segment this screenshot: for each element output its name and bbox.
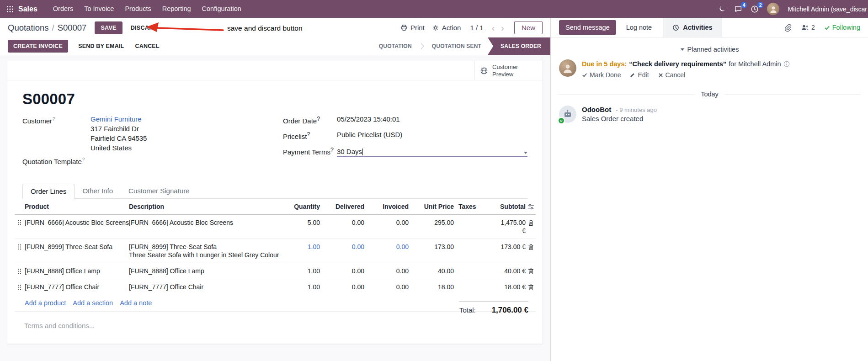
- pager-next-button[interactable]: ›: [500, 23, 505, 32]
- cell-unit-price[interactable]: 18.00: [409, 279, 454, 295]
- menu-products[interactable]: Products: [119, 0, 156, 18]
- cell-product[interactable]: [FURN_7777] Office Chair: [25, 279, 129, 295]
- column-header-delivered[interactable]: Delivered: [320, 199, 364, 215]
- order-date-value[interactable]: 05/25/2023 15:40:01: [337, 114, 400, 126]
- state-sales-order[interactable]: SALES ORDER: [488, 37, 550, 55]
- cell-delivered[interactable]: 0.00: [320, 215, 364, 239]
- drag-handle[interactable]: [15, 215, 25, 239]
- column-header-subtotal[interactable]: Subtotal: [496, 199, 526, 215]
- column-header-description[interactable]: Description: [129, 199, 284, 215]
- send-message-button[interactable]: Send message: [559, 20, 616, 35]
- payment-terms-field-label: Payment Terms?: [283, 145, 337, 157]
- cell-invoiced[interactable]: 0.00: [364, 263, 409, 279]
- send-by-email-button[interactable]: SEND BY EMAIL: [73, 40, 129, 53]
- add-a-product-link[interactable]: Add a product: [25, 299, 66, 307]
- app-name[interactable]: Sales: [18, 5, 37, 13]
- moon-icon[interactable]: [718, 5, 726, 13]
- state-quotation-sent[interactable]: QUOTATION SENT: [426, 37, 488, 55]
- messages-icon[interactable]: 4: [734, 5, 742, 13]
- cancel-activity-button[interactable]: Cancel: [658, 71, 686, 79]
- cell-description[interactable]: [FURN_7777] Office Chair: [129, 279, 284, 295]
- edit-activity-button[interactable]: Edit: [630, 71, 649, 79]
- dropdown-caret-icon[interactable]: [524, 152, 527, 154]
- print-button[interactable]: Print: [400, 24, 425, 32]
- drag-handle[interactable]: [15, 239, 25, 263]
- cell-invoiced[interactable]: 0.00: [364, 279, 409, 295]
- cell-delivered[interactable]: 0.00: [320, 263, 364, 279]
- message-author[interactable]: OdooBot: [582, 106, 611, 113]
- column-header-taxes[interactable]: Taxes: [454, 199, 496, 215]
- cell-taxes[interactable]: [454, 239, 496, 263]
- cell-product[interactable]: [FURN_8888] Office Lamp: [25, 263, 129, 279]
- cell-quantity[interactable]: 1.00: [284, 239, 320, 263]
- cell-product[interactable]: [FURN_6666] Acoustic Bloc Screens: [25, 215, 129, 239]
- paperclip-icon[interactable]: [784, 24, 792, 32]
- add-a-section-link[interactable]: Add a section: [73, 299, 113, 307]
- column-header-invoiced[interactable]: Invoiced: [364, 199, 409, 215]
- customer-preview-button[interactable]: Customer Preview: [474, 61, 543, 80]
- mark-done-button[interactable]: Mark Done: [582, 71, 621, 79]
- pricelist-value[interactable]: Public Pricelist (USD): [337, 130, 402, 141]
- cell-product[interactable]: [FURN_8999] Three-Seat Sofa: [25, 239, 129, 263]
- cell-unit-price[interactable]: 173.00: [409, 239, 454, 263]
- add-a-note-link[interactable]: Add a note: [120, 299, 152, 307]
- payment-terms-input[interactable]: 30 Days: [337, 145, 527, 157]
- tab-other-info[interactable]: Other Info: [75, 184, 121, 198]
- activities-clock-icon[interactable]: 2: [751, 5, 759, 13]
- cell-description[interactable]: [FURN_8999] Three-Seat SofaThree Seater …: [129, 239, 284, 263]
- globe-icon: [480, 67, 488, 75]
- cell-taxes[interactable]: [454, 279, 496, 295]
- save-button[interactable]: SAVE: [95, 21, 122, 34]
- create-invoice-button[interactable]: CREATE INVOICE: [8, 40, 68, 53]
- column-header-product[interactable]: Product: [25, 199, 129, 215]
- cell-unit-price[interactable]: 295.00: [409, 215, 454, 239]
- cell-description[interactable]: [FURN_6666] Acoustic Bloc Screens: [129, 215, 284, 239]
- tab-activities[interactable]: Activities: [663, 18, 722, 37]
- cell-taxes[interactable]: [454, 215, 496, 239]
- menu-reporting[interactable]: Reporting: [157, 0, 197, 18]
- delete-row-icon[interactable]: [526, 263, 536, 279]
- delete-row-icon[interactable]: [526, 279, 536, 295]
- cell-unit-price[interactable]: 40.00: [409, 263, 454, 279]
- cell-delivered[interactable]: 0.00: [320, 239, 364, 263]
- menu-configuration[interactable]: Configuration: [197, 0, 247, 18]
- cell-delivered[interactable]: 0.00: [320, 279, 364, 295]
- tab-order-lines[interactable]: Order Lines: [22, 184, 75, 199]
- following-button[interactable]: Following: [824, 24, 860, 31]
- drag-handle[interactable]: [15, 263, 25, 279]
- cell-description[interactable]: [FURN_8888] Office Lamp: [129, 263, 284, 279]
- user-name[interactable]: Mitchell Admin (save_discar: [788, 5, 867, 13]
- terms-placeholder[interactable]: Terms and conditions...: [24, 322, 527, 329]
- breadcrumb-quotations[interactable]: Quotations: [8, 23, 48, 32]
- cell-invoiced[interactable]: 0.00: [364, 215, 409, 239]
- pager-previous-button[interactable]: ‹: [491, 23, 496, 32]
- cell-quantity[interactable]: 1.00: [284, 263, 320, 279]
- discard-button[interactable]: DISCARD: [126, 21, 162, 34]
- menu-orders[interactable]: Orders: [48, 0, 79, 18]
- cancel-button[interactable]: CANCEL: [129, 40, 165, 53]
- cell-invoiced[interactable]: 0.00: [364, 239, 409, 263]
- planned-activities-toggle[interactable]: Planned activities: [551, 46, 868, 53]
- menu-to-invoice[interactable]: To Invoice: [79, 0, 119, 18]
- apps-grid-icon[interactable]: [6, 5, 14, 13]
- log-note-button[interactable]: Log note: [623, 20, 655, 35]
- column-header-quantity[interactable]: Quantity: [284, 199, 320, 215]
- quotation-template-field-label[interactable]: Quotation Template?: [22, 157, 283, 165]
- delete-row-icon[interactable]: [526, 239, 536, 263]
- tab-customer-signature[interactable]: Customer Signature: [121, 184, 197, 198]
- delete-row-icon[interactable]: [526, 215, 536, 239]
- column-header-unit-price[interactable]: Unit Price: [409, 199, 454, 215]
- customer-link[interactable]: Gemini Furniture: [91, 114, 147, 124]
- followers-button[interactable]: 2: [801, 24, 815, 31]
- optional-columns-icon[interactable]: [526, 199, 536, 215]
- new-button[interactable]: New: [514, 21, 543, 34]
- cell-quantity[interactable]: 5.00: [284, 215, 320, 239]
- action-button[interactable]: Action: [432, 24, 461, 32]
- address-line: Fairfield CA 94535: [91, 133, 147, 143]
- state-quotation[interactable]: QUOTATION: [373, 37, 418, 55]
- cell-quantity[interactable]: 1.00: [284, 279, 320, 295]
- cell-taxes[interactable]: [454, 263, 496, 279]
- info-icon[interactable]: [783, 61, 790, 67]
- drag-handle[interactable]: [15, 279, 25, 295]
- user-avatar[interactable]: [767, 3, 779, 15]
